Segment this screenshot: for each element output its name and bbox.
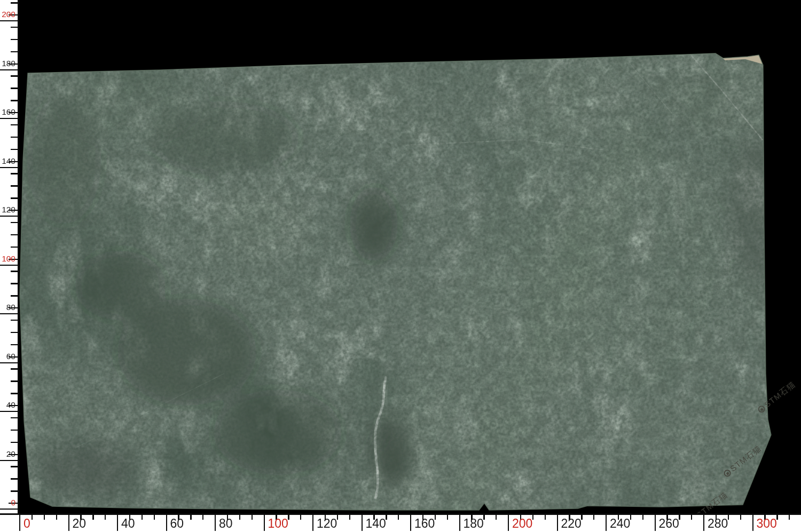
bottom-ruler-tick <box>202 515 203 520</box>
left-ruler-tick <box>11 271 18 272</box>
left-ruler-tick <box>11 344 18 345</box>
bottom-ruler-number: 260 <box>659 518 679 530</box>
left-ruler-tick <box>11 27 18 28</box>
bottom-ruler-number: 0 <box>23 518 30 530</box>
bottom-ruler-number: 200 <box>512 518 532 530</box>
left-ruler-tick <box>11 149 18 150</box>
bottom-ruler-tick <box>398 515 399 520</box>
slab-image <box>0 0 801 513</box>
bottom-ruler-major-line <box>117 514 118 531</box>
left-ruler-major-line <box>0 362 18 363</box>
bottom-ruler-tick <box>349 515 350 520</box>
left-ruler-tick <box>11 393 18 394</box>
bottom-ruler-tick <box>154 515 155 520</box>
left-ruler-tick <box>11 88 18 89</box>
left-ruler-number: 40 <box>0 401 15 410</box>
left-ruler-tick <box>11 51 18 52</box>
left-ruler-tick <box>11 173 18 174</box>
left-ruler-tick <box>11 222 18 223</box>
left-ruler-major-line <box>0 167 18 168</box>
left-ruler-tick <box>11 197 18 198</box>
bottom-ruler <box>0 513 801 532</box>
left-ruler-tick <box>11 320 18 321</box>
left-ruler-number: 140 <box>0 157 15 166</box>
left-ruler-number: 0 <box>0 498 15 508</box>
bottom-ruler-major-line <box>19 514 20 531</box>
bottom-ruler-major-line <box>215 514 216 531</box>
bottom-ruler-number: 80 <box>219 518 233 530</box>
bottom-ruler-tick <box>142 515 143 520</box>
bottom-ruler-major-line <box>312 514 313 531</box>
bottom-ruler-number: 240 <box>610 518 630 530</box>
left-ruler-major-line <box>0 509 18 510</box>
slab-scan-viewport: STM石猫STM石猫STM石猫 020406080100120140160180… <box>0 0 801 532</box>
slab-texture <box>0 0 801 513</box>
left-ruler-tick <box>11 332 18 333</box>
bottom-ruler-tick <box>44 515 45 520</box>
bottom-ruler-number: 100 <box>268 518 288 530</box>
bottom-ruler-major-line <box>703 514 704 531</box>
left-ruler-tick <box>11 295 18 296</box>
left-ruler-major-line <box>0 118 18 119</box>
bottom-ruler-number: 300 <box>757 518 777 530</box>
bottom-ruler-major-line <box>410 514 411 531</box>
left-ruler-tick <box>11 417 18 418</box>
left-ruler-tick <box>11 466 18 467</box>
left-ruler-major-line <box>0 20 18 21</box>
bottom-ruler-major-line <box>68 514 69 531</box>
left-ruler-major-line <box>0 460 18 461</box>
bottom-ruler-tick <box>789 515 790 520</box>
left-ruler-number: 180 <box>0 59 15 69</box>
left-ruler-tick <box>11 380 18 382</box>
bottom-ruler-tick <box>300 515 301 520</box>
left-ruler-number: 100 <box>0 255 15 264</box>
left-ruler-tick <box>11 185 18 186</box>
left-ruler-axis-line <box>18 0 19 514</box>
bottom-ruler-tick <box>92 515 93 520</box>
left-ruler-tick <box>11 39 18 40</box>
bottom-ruler-number: 140 <box>366 518 386 530</box>
left-ruler-major-line <box>0 69 18 70</box>
left-ruler-number: 200 <box>0 10 15 20</box>
left-ruler-tick <box>11 75 18 76</box>
bottom-ruler-major-line <box>606 514 607 531</box>
bottom-ruler-tick <box>642 515 643 520</box>
left-ruler-tick <box>11 100 18 101</box>
bottom-ruler-major-line <box>459 514 460 531</box>
left-ruler-tick <box>11 137 18 138</box>
bottom-ruler-tick <box>56 515 57 520</box>
bottom-ruler-major-line <box>752 514 753 531</box>
bottom-ruler-tick <box>32 515 33 520</box>
bottom-ruler-number: 60 <box>170 518 184 530</box>
left-ruler-tick <box>11 247 18 248</box>
bottom-ruler-tick <box>190 515 191 520</box>
bottom-ruler-number: 120 <box>317 518 337 530</box>
left-ruler-major-line <box>0 313 18 314</box>
left-ruler-tick <box>11 478 18 479</box>
bottom-ruler-tick <box>740 515 741 520</box>
bottom-ruler-major-line <box>655 514 656 531</box>
left-ruler-major-line <box>0 216 18 217</box>
bottom-ruler-tick <box>447 515 448 520</box>
left-ruler-number: 20 <box>0 450 15 459</box>
bottom-ruler-number: 40 <box>121 518 135 530</box>
left-ruler-tick <box>11 442 18 443</box>
bottom-ruler-number: 280 <box>708 518 728 530</box>
bottom-ruler-number: 220 <box>561 518 582 530</box>
bottom-ruler-axis-line <box>0 513 801 515</box>
left-ruler-tick <box>11 2 18 3</box>
bottom-ruler-tick <box>252 515 253 520</box>
bottom-ruler-tick <box>239 515 240 520</box>
bottom-ruler-number: 180 <box>464 518 484 530</box>
left-ruler-major-line <box>0 265 18 266</box>
left-ruler-tick <box>11 283 18 284</box>
left-ruler-tick <box>11 234 18 235</box>
bottom-ruler-major-line <box>362 514 363 531</box>
bottom-ruler-tick <box>496 515 497 520</box>
bottom-ruler-major-line <box>264 514 265 531</box>
left-ruler-tick <box>11 430 18 431</box>
left-ruler-tick <box>11 490 18 491</box>
bottom-ruler-number: 160 <box>414 518 435 530</box>
left-ruler-tick <box>11 368 18 369</box>
left-ruler-tick <box>11 124 18 125</box>
